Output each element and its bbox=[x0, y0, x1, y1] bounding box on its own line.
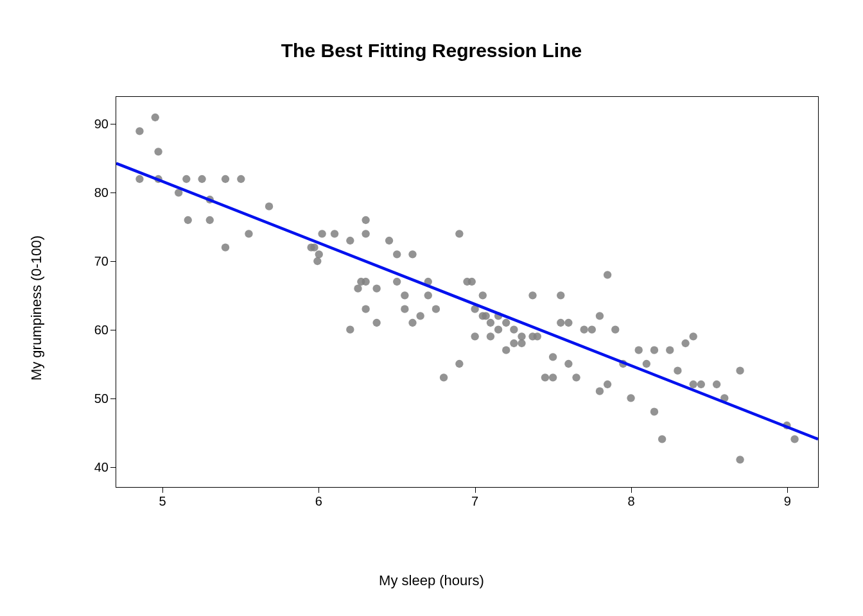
data-point bbox=[713, 381, 720, 388]
data-point bbox=[362, 305, 369, 312]
x-tick-mark bbox=[162, 488, 163, 493]
data-point bbox=[432, 305, 440, 312]
data-point bbox=[596, 312, 604, 320]
data-point bbox=[510, 339, 518, 347]
data-point bbox=[401, 305, 408, 312]
y-tick-label: 90 bbox=[94, 116, 109, 131]
data-point bbox=[372, 319, 380, 327]
data-point bbox=[611, 325, 619, 333]
data-point bbox=[658, 435, 666, 443]
y-tick-mark bbox=[110, 193, 116, 193]
y-tick-mark bbox=[110, 261, 116, 262]
data-point bbox=[790, 435, 798, 443]
data-point bbox=[408, 319, 416, 327]
data-point bbox=[135, 175, 143, 183]
data-point bbox=[494, 325, 502, 333]
data-point bbox=[237, 175, 245, 183]
data-point bbox=[265, 202, 273, 210]
data-point bbox=[393, 250, 401, 258]
data-point bbox=[440, 373, 448, 381]
data-point bbox=[362, 230, 369, 237]
data-point bbox=[184, 216, 192, 224]
data-point bbox=[401, 291, 408, 299]
y-tick-mark bbox=[110, 398, 116, 399]
data-point bbox=[510, 325, 518, 333]
y-tick-label: 60 bbox=[94, 322, 109, 337]
y-tick-mark bbox=[110, 124, 116, 124]
x-tick-label: 8 bbox=[627, 494, 634, 509]
data-point bbox=[318, 230, 326, 237]
data-point bbox=[502, 346, 510, 354]
regression-line bbox=[116, 163, 818, 439]
data-point bbox=[643, 360, 650, 368]
x-tick-mark bbox=[318, 488, 319, 493]
data-point bbox=[424, 291, 432, 299]
data-point bbox=[528, 291, 536, 299]
data-point bbox=[479, 291, 487, 299]
data-point bbox=[650, 346, 658, 354]
data-point bbox=[482, 312, 489, 320]
data-point bbox=[650, 407, 658, 415]
y-tick-label: 40 bbox=[94, 459, 109, 474]
data-point bbox=[487, 319, 494, 327]
y-tick-label: 50 bbox=[94, 391, 109, 406]
chart-title: The Best Fitting Regression Line bbox=[0, 40, 863, 62]
data-point bbox=[135, 127, 143, 135]
data-point bbox=[408, 250, 416, 258]
data-point bbox=[564, 360, 572, 368]
data-point bbox=[354, 284, 362, 292]
data-point bbox=[468, 278, 476, 286]
y-tick-label: 70 bbox=[94, 253, 109, 268]
data-point bbox=[627, 394, 634, 402]
y-tick-label: 80 bbox=[94, 185, 109, 200]
data-point bbox=[690, 381, 697, 388]
data-point bbox=[455, 360, 463, 368]
data-point bbox=[588, 325, 596, 333]
data-point bbox=[697, 381, 705, 388]
data-point bbox=[674, 366, 681, 374]
data-point bbox=[182, 175, 190, 183]
data-point bbox=[557, 319, 564, 327]
x-tick-label: 6 bbox=[315, 494, 322, 509]
x-tick-label: 7 bbox=[471, 494, 478, 509]
data-point bbox=[549, 373, 557, 381]
data-point bbox=[604, 381, 611, 388]
data-point bbox=[564, 319, 572, 327]
x-tick-label: 9 bbox=[784, 494, 791, 509]
data-point bbox=[222, 175, 229, 183]
data-point bbox=[471, 332, 478, 340]
data-point bbox=[393, 278, 401, 286]
data-point bbox=[245, 230, 252, 237]
x-axis-label: My sleep (hours) bbox=[0, 572, 863, 589]
data-point bbox=[604, 271, 611, 278]
data-point bbox=[518, 332, 525, 340]
data-point bbox=[313, 257, 321, 265]
y-tick-mark bbox=[110, 330, 116, 330]
data-point bbox=[198, 175, 205, 183]
data-point bbox=[152, 114, 159, 121]
data-point bbox=[416, 312, 424, 320]
data-point bbox=[572, 373, 580, 381]
data-point bbox=[372, 284, 380, 292]
plot-svg bbox=[116, 97, 818, 487]
data-point bbox=[362, 216, 369, 224]
data-point bbox=[346, 325, 354, 333]
data-point bbox=[455, 230, 463, 237]
data-point bbox=[549, 353, 557, 361]
plot-area bbox=[116, 96, 819, 488]
x-tick-label: 5 bbox=[159, 494, 166, 509]
data-point bbox=[487, 332, 494, 340]
data-point bbox=[502, 319, 510, 327]
data-point bbox=[362, 278, 369, 286]
data-point bbox=[534, 332, 541, 340]
data-point bbox=[331, 230, 338, 237]
data-point bbox=[596, 387, 604, 395]
data-point bbox=[385, 237, 393, 244]
data-point bbox=[634, 346, 642, 354]
data-point bbox=[557, 291, 564, 299]
data-point bbox=[310, 243, 318, 251]
data-point bbox=[580, 325, 588, 333]
y-axis-label: My grumpiness (0-100) bbox=[27, 0, 46, 616]
data-point bbox=[736, 366, 744, 374]
x-tick-mark bbox=[787, 488, 788, 493]
